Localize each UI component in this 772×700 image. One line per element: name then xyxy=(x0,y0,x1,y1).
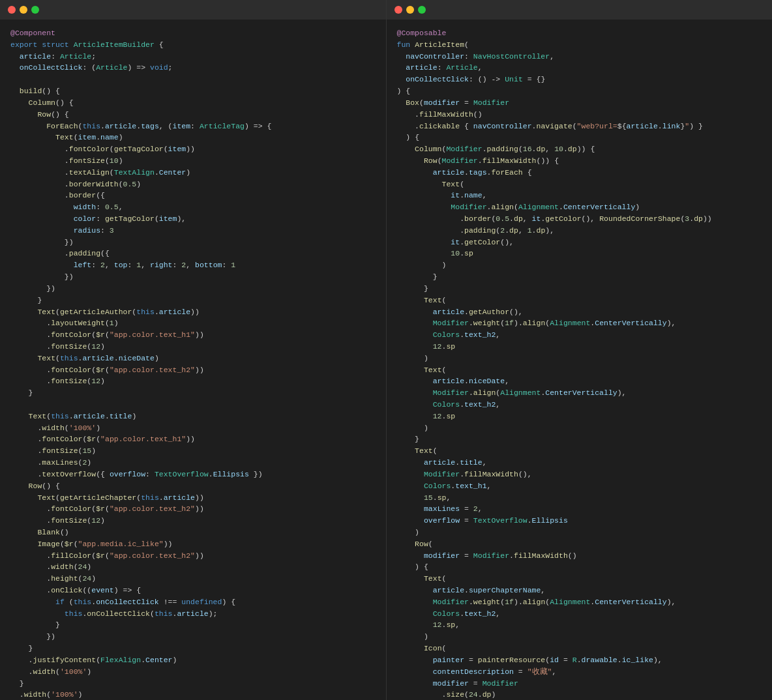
dot-green-right xyxy=(418,6,426,14)
right-panel: @Composable fun ArticleItem( navControll… xyxy=(386,0,773,700)
right-code-area[interactable]: @Composable fun ArticleItem( navControll… xyxy=(387,20,773,700)
right-titlebar xyxy=(387,0,773,20)
dot-yellow-left xyxy=(20,6,27,14)
dot-green-left xyxy=(31,6,39,14)
dot-red-right xyxy=(394,6,402,14)
dot-red-left xyxy=(8,6,16,14)
dot-yellow-right xyxy=(406,6,414,14)
left-code-area[interactable]: @Component export struct ArticleItemBuil… xyxy=(0,20,386,700)
left-titlebar xyxy=(0,0,386,20)
left-panel: @Component export struct ArticleItemBuil… xyxy=(0,0,386,700)
